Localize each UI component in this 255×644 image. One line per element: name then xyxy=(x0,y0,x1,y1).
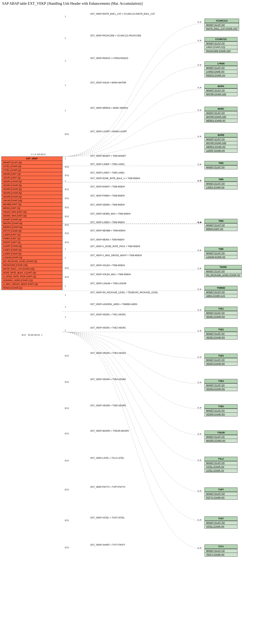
cardinality-left: {0,1} xyxy=(65,197,69,199)
cardinality-left: 1 xyxy=(65,316,66,318)
entity-field: MANDT [CLNT (3)] xyxy=(205,66,237,70)
entity-tdg95: TDG95MANDT [CLNT (3)]DG_PACKAGE_LEVEL [C… xyxy=(204,265,242,277)
relationship-label: EXT_VEKP-RSNCD = LYRSN-RSNCD xyxy=(90,57,128,60)
cardinality-right: 0..N xyxy=(198,330,201,332)
entity-field: RSNCD [CHAR (2)] xyxy=(205,74,237,77)
relationship-label: EXT_VEKP-LEADING_LWDG = THM063-LWDG xyxy=(90,303,137,306)
cardinality-right: 0..N xyxy=(198,21,201,23)
entity-header: TVE3 xyxy=(205,354,237,358)
entity-field: MANDT [CLNT (3)] xyxy=(205,223,237,227)
entity-field: MANDT [CLNT (3)] xyxy=(205,332,237,336)
relationship-label: EXT_VEKP-INSTR_ENCL_CAT = CCUNC113-INSTR… xyxy=(90,13,155,15)
entity-field: MANDT [CLNT (3)] xyxy=(205,290,237,294)
entity-field: LANDF [CHAR (3)] xyxy=(2,252,62,256)
entity-tve4: TVE4MANDT [CLNT (3)]VEGR4 [CHAR (5)] xyxy=(204,379,238,391)
entity-field: VSTEL [CHAR (4)] xyxy=(205,524,237,528)
entity-field: VEGR4 [CHAR (5)] xyxy=(205,387,237,391)
entity-field: DOSE_RATE_BULK_U [UNIT (3)] xyxy=(2,271,62,274)
entity-field: LGORT [CHAR (4)] xyxy=(2,244,62,248)
entity-field: VHART [CHAR (4)] xyxy=(2,218,62,222)
cardinality-right: 0..N xyxy=(198,407,201,409)
entity-mard: MARDMANDT [CLNT (3)]MATNR [CHAR (18)]WER… xyxy=(204,133,238,153)
cardinality-right: 0..N xyxy=(198,288,201,290)
cardinality-left: {0,1} xyxy=(65,206,69,208)
entity-field: DG_PACKAGE_LEVEL [CHAR (3)] xyxy=(205,273,242,277)
entity-tve2: TVE2MANDT [CLNT (3)]VEGR2 [CHAR (5)] xyxy=(204,328,238,340)
cardinality-right: 0..N xyxy=(198,490,201,492)
entity-field: U_DOSE_RATE_PACK [UNIT (3)] xyxy=(2,274,62,278)
entity-header: TVE1 xyxy=(205,307,237,311)
cardinality-right: 0..N xyxy=(198,309,201,311)
entity-field: WERKS [CHAR (4)] xyxy=(205,119,237,122)
cardinality-right: 0..N xyxy=(198,433,201,435)
entity-field: INSTR_ENCL_CAT [CHAR (15)] xyxy=(2,267,62,271)
entity-field: MEABM [UNIT (3)] xyxy=(2,202,62,206)
cardinality-left: {0,1} xyxy=(65,232,69,234)
entity-field: GEWEI_MAX [UNIT (3)] xyxy=(2,214,62,218)
entity-field: WERKS [CHAR (4)] xyxy=(205,145,237,149)
relationship-label: EXT_VEKP-GEWEI = T006-MSEHI xyxy=(90,204,125,206)
relationship-label: EXT_VEKP-PACKCODE = CCUNC121-PACKCODE xyxy=(90,34,141,37)
entity-field: MANDT [CLNT (3)] xyxy=(205,435,237,439)
entity-field: MATNR [CHAR (18)] xyxy=(205,92,237,96)
entity-field: LYARD [CHAR (3)] xyxy=(205,70,237,74)
entity-header: CCUNC121 xyxy=(205,37,237,42)
relationship-label: EXT_VEKP-LGNUM = T300-LGNUM xyxy=(90,282,126,285)
entity-field: RSNCD [CHAR (2)] xyxy=(2,286,62,290)
relationship-label: EXT_VEKP-LANDT = T005-LAND1 xyxy=(90,172,125,174)
relationship-label: EXT_VEKP-U_MAX_GROSS_WGHT = T006-MSEHI xyxy=(90,254,142,257)
entity-field: MANDT [CLNT (3)] xyxy=(205,492,237,496)
diagram-stage: EXT_VEKP MANDT [CLNT (3)]VSTEL [CHAR (4)… xyxy=(0,6,255,643)
entity-field: VEGR3 [CHAR (5)] xyxy=(2,187,62,191)
entity-header: T000 xyxy=(205,161,237,165)
relationship-label: EXT_VEKP-LSTEL = TVLA-LSTEL xyxy=(90,457,124,459)
entity-ccunc113: CCUNC113MANDT [CLNT (3)]INSTR_ENCL_CAT [… xyxy=(204,19,239,31)
relationship-label: EXT_VEKP-WERKS = MARC-WERKS xyxy=(90,107,128,109)
entity-field: MANDT [CLNT (3)] xyxy=(205,88,237,92)
entity-field: LSTEL [CHAR (2)] xyxy=(205,469,237,472)
entity-field: LGNUM [CHAR (3)] xyxy=(2,256,62,260)
entity-field: PACKCODE [CHAR (10)] xyxy=(205,49,237,53)
entity-header: CCUNC113 xyxy=(205,19,239,23)
cardinality-left: 1 xyxy=(65,110,66,112)
cardinality-left: {0,1} xyxy=(65,276,69,278)
entity-field: GEWEI [UNIT (3)] xyxy=(2,172,62,176)
entity-header: TDG95 xyxy=(205,265,242,269)
entity-field: MATNR [CHAR (18)] xyxy=(205,141,237,145)
cardinality-left: 1 xyxy=(65,285,66,287)
entity-header: T300 xyxy=(205,247,237,251)
entity-field: VEGR2 [CHAR (5)] xyxy=(2,184,62,187)
entity-tvegr: TVEGRMANDT [CLNT (3)]MAGRV [CHAR (4)] xyxy=(204,430,238,443)
cardinality-left: 1 xyxy=(65,60,66,62)
entity-field: MANDT [CLNT (3)] xyxy=(205,409,237,412)
cardinality-left: {0,1} xyxy=(65,460,69,462)
cardinality-left: 1 xyxy=(65,84,66,86)
cardinality-left: 1 xyxy=(65,306,66,308)
entity-field: MANDT [CLNT (3)] xyxy=(205,269,242,273)
entity-tve5: TVE5MANDT [CLNT (3)]VEGR5 [CHAR (5)] xyxy=(204,404,238,416)
cardinality-left: {0,1} xyxy=(65,241,69,243)
relationship-label: EXT_VEKP-PSTYV = TVPT-PSTYV xyxy=(90,486,125,488)
relationship-label: EXT_VEKP-LGORT = MARD-LGORT xyxy=(90,130,127,133)
entity-header: EXT_VEKP xyxy=(2,157,62,161)
cardinality-left: 1 xyxy=(65,180,66,182)
entity-header: T006 xyxy=(205,219,237,223)
entity-field: MANDT [CLNT (3)] xyxy=(205,251,237,255)
entity-header: MARD xyxy=(205,133,237,137)
entity-field: MANDT [CLNT (3)] xyxy=(205,521,237,524)
relationship-label: EXT_VEKP-MEINS = T006-MSEHI xyxy=(90,238,124,241)
relationship-label: EXT_VEKP-VOLEH_MAX = T006-MSEHI xyxy=(90,273,131,276)
relationship-label: EXT_VEKP-MEABM = T006-MSEHI xyxy=(90,230,126,232)
entity-header: LYRSN xyxy=(205,62,237,66)
entity-field: MANDT [CLNT (3)] xyxy=(205,311,237,315)
entity-field: MANDT [CLNT (3)] xyxy=(205,549,237,553)
entity-field: LGORT [CHAR (4)] xyxy=(205,149,237,152)
entity-field: MANDT [CLNT (3)] xyxy=(205,358,237,362)
entity-field: DG_PACKAGE_LEVEL [CHAR (3)] xyxy=(2,260,62,263)
entity-marc: MARCMANDT [CLNT (3)]MATNR [CHAR (18)]WER… xyxy=(204,107,238,123)
entity-header: TVPT xyxy=(205,488,237,492)
relationship-label: EXT_VEKP-VHILM = MARA-MATNR xyxy=(90,82,126,84)
cardinality-right: 0..N xyxy=(198,547,201,549)
entity-header: MARC xyxy=(205,107,237,111)
cardinality-left: {0,1} xyxy=(65,519,69,521)
